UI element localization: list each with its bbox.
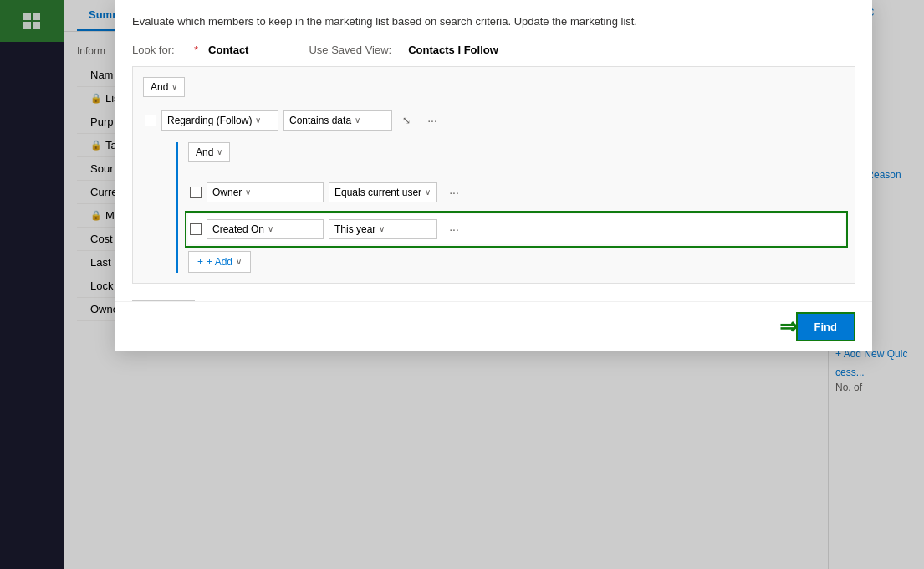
row1-field-label: Regarding (Follow) — [167, 115, 252, 126]
find-button[interactable]: Find — [796, 312, 855, 341]
look-for-label: Look for: — [132, 44, 182, 56]
row2-operator-label: Equals current user — [334, 187, 421, 198]
chevron-down-icon: ∨ — [425, 187, 431, 197]
row3-operator-label: This year — [334, 223, 375, 235]
row1-operator-select[interactable]: Contains data ∨ — [283, 110, 392, 131]
row2-operator-select[interactable]: Equals current user ∨ — [329, 182, 437, 202]
sub-add-button[interactable]: + + Add ∨ — [188, 251, 251, 273]
find-arrow-icon: ⇒ — [779, 314, 798, 340]
top-and-dropdown[interactable]: And ∨ — [143, 77, 845, 105]
row1-collapse-btn[interactable]: ⤡ — [397, 111, 416, 130]
plus-icon: + — [197, 256, 203, 268]
filter-builder: And ∨ Regarding (Follow) ∨ Contains data… — [132, 66, 855, 284]
and-label: And — [151, 81, 168, 93]
saved-view-label: Use Saved View: — [309, 44, 391, 56]
chevron-down-icon: ∨ — [236, 257, 242, 266]
chevron-down-icon: ∨ — [379, 224, 385, 233]
sub-add-label: + Add — [207, 256, 232, 268]
row2-more-btn[interactable]: ··· — [442, 181, 466, 204]
row3-more-btn[interactable]: ··· — [442, 218, 466, 241]
saved-view-value: Contacts I Follow — [408, 44, 498, 56]
chevron-down-icon: ∨ — [217, 147, 222, 156]
look-for-value: Contact — [208, 44, 248, 56]
row3-operator-select[interactable]: This year ∨ — [329, 219, 437, 239]
dialog: Evaluate which members to keep in the ma… — [115, 0, 872, 351]
dialog-description: Evaluate which members to keep in the ma… — [132, 13, 855, 30]
sub-and-dropdown[interactable]: And ∨ — [188, 142, 230, 162]
row1-more-btn[interactable]: ··· — [421, 109, 444, 132]
chevron-down-icon: ∨ — [171, 82, 177, 91]
row1-operator-label: Contains data — [289, 115, 351, 126]
row2-checkbox[interactable] — [190, 187, 202, 198]
chevron-down-icon: ∨ — [355, 115, 360, 125]
lookup-row: Look for: * Contact Use Saved View: Cont… — [132, 44, 855, 56]
chevron-down-icon: ∨ — [245, 187, 251, 197]
sub-add-wrapper: + + Add ∨ — [188, 251, 845, 273]
sub-filter-group: And ∨ Owner ∨ Equals current user ∨ — [176, 142, 845, 273]
chevron-down-icon: ∨ — [268, 224, 273, 233]
find-button-wrapper: ⇒ Find — [779, 312, 855, 341]
row1-checkbox[interactable] — [145, 115, 156, 126]
row1-field-select[interactable]: Regarding (Follow) ∨ — [161, 110, 278, 131]
row3-field-label: Created On — [212, 223, 264, 235]
filter-row-2: Owner ∨ Equals current user ∨ ··· — [188, 177, 845, 208]
row3-checkbox[interactable] — [190, 223, 202, 235]
row3-field-select[interactable]: Created On ∨ — [207, 219, 324, 239]
dialog-bottom: ⇒ Find — [115, 301, 872, 351]
filter-row-1: Regarding (Follow) ∨ Contains data ∨ ⤡ ·… — [143, 105, 845, 136]
chevron-down-icon: ∨ — [255, 115, 261, 125]
required-star: * — [194, 44, 198, 56]
row2-field-select[interactable]: Owner ∨ — [207, 182, 324, 202]
sub-and-row: And ∨ — [188, 142, 845, 171]
row2-field-label: Owner — [212, 187, 242, 198]
dialog-overlay: Evaluate which members to keep in the ma… — [0, 0, 924, 569]
sub-and-label: And — [196, 146, 213, 158]
filter-row-3: Created On ∨ This year ∨ ··· — [188, 214, 845, 244]
